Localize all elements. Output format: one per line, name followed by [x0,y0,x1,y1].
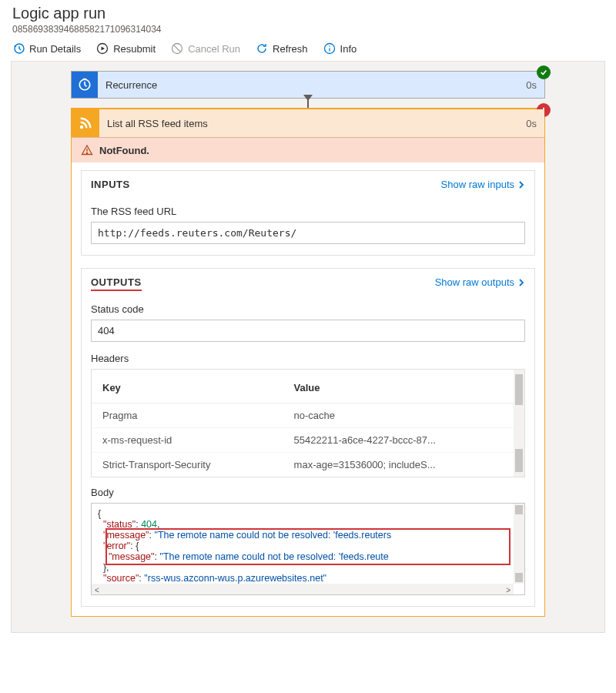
cancel-run-label: Cancel Run [188,43,240,55]
cancel-run-button: Cancel Run [171,42,240,55]
header-value: no-cache [283,403,524,428]
svg-rect-7 [78,116,93,131]
json-string: "rss-wus.azconn-wus.p.azurewebsites.net" [144,573,326,584]
rss-url-value: http://feeds.reuters.com/Reuters/ [91,222,525,244]
show-raw-outputs-label: Show raw outputs [435,276,514,288]
header-key: Strict-Transport-Security [92,453,283,477]
action-title[interactable]: List all RSS feed items [99,118,518,129]
header-value: 55422211-a6ce-4227-bccc-87... [283,428,524,453]
rss-icon [72,109,99,137]
toolbar: Run Details Resubmit Cancel Run Refresh … [12,42,604,61]
header-value: max-age=31536000; includeS... [283,453,524,477]
check-icon [540,69,547,76]
headers-table: Key Value Pragmano-cache x-ms-request-id… [91,369,525,477]
warning-icon [81,144,93,156]
trigger-duration: 0s [518,79,544,91]
show-raw-outputs-link[interactable]: Show raw outputs [435,276,525,288]
action-duration: 0s [518,118,544,129]
svg-point-8 [80,126,84,129]
scrollbar-vertical[interactable] [514,370,524,477]
body-json-viewer[interactable]: { "status": 404, "message": "The remote … [91,503,525,595]
history-icon [12,42,25,55]
connector-arrow [307,100,309,106]
trigger-title: Recurrence [98,79,518,91]
header-key: Pragma [92,403,283,428]
svg-point-4 [329,45,330,47]
headers-label: Headers [91,353,525,364]
error-bar: NotFound. [72,137,544,162]
refresh-label: Refresh [273,43,308,55]
table-row: Strict-Transport-Securitymax-age=3153600… [92,453,524,477]
run-id: 08586938394688582171096314034 [12,24,604,35]
clock-icon [72,72,98,98]
page-title: Logic app run [12,5,604,22]
highlight-box [105,528,511,565]
table-row: Pragmano-cache [92,403,524,428]
resubmit-button[interactable]: Resubmit [96,42,156,55]
rss-url-label: The RSS feed URL [91,206,525,217]
action-rss-card: List all RSS feed items 0s NotFound. INP… [71,108,545,617]
info-button[interactable]: Info [323,42,357,55]
cancel-icon [171,42,183,55]
outputs-section: OUTPUTS Show raw outputs Status code 404… [81,268,535,607]
info-icon [323,42,336,55]
chevron-right-icon [517,181,525,189]
headers-col-value: Value [283,370,524,403]
json-key: "source" [103,573,139,584]
status-code-value: 404 [91,320,525,342]
inputs-label: INPUTS [91,179,130,190]
refresh-button[interactable]: Refresh [256,42,308,55]
headers-col-key: Key [92,370,283,403]
run-details-label: Run Details [29,43,81,55]
show-raw-inputs-link[interactable]: Show raw inputs [441,179,525,190]
refresh-icon [256,42,268,55]
svg-point-9 [86,152,87,153]
scrollbar-vertical[interactable] [514,504,524,584]
header-key: x-ms-request-id [92,428,283,453]
show-raw-inputs-label: Show raw inputs [441,179,514,190]
designer-canvas: Recurrence 0s List all RSS feed items 0s [11,61,605,633]
chevron-right-icon [517,279,525,286]
run-details-button[interactable]: Run Details [12,42,81,55]
resubmit-label: Resubmit [113,43,156,55]
outputs-label: OUTPUTS [91,276,142,288]
resubmit-icon [96,42,109,55]
status-badge-success [537,65,551,79]
info-label: Info [340,43,357,55]
status-code-label: Status code [91,303,525,315]
inputs-section: INPUTS Show raw inputs The RSS feed URL … [81,170,535,256]
body-label: Body [91,487,525,498]
error-text: NotFound. [99,145,149,156]
scrollbar-horizontal[interactable]: < > [92,584,514,594]
table-row: x-ms-request-id55422211-a6ce-4227-bccc-8… [92,428,524,453]
